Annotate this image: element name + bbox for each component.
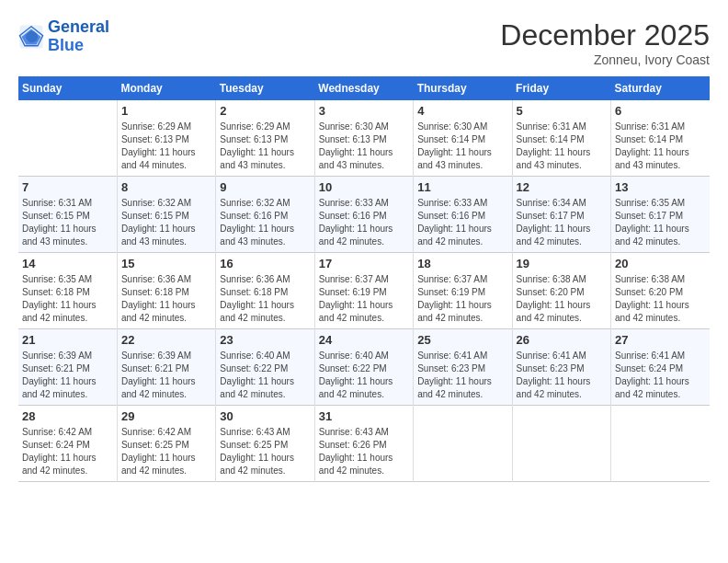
weekday-header-tuesday: Tuesday (216, 76, 314, 100)
day-info: Sunrise: 6:37 AMSunset: 6:19 PMDaylight:… (319, 273, 409, 325)
day-info: Sunrise: 6:31 AMSunset: 6:14 PMDaylight:… (615, 121, 706, 172)
day-info: Sunrise: 6:41 AMSunset: 6:23 PMDaylight:… (417, 350, 507, 401)
calendar-cell: 16Sunrise: 6:36 AMSunset: 6:18 PMDayligh… (216, 253, 314, 329)
calendar-cell: 14Sunrise: 6:35 AMSunset: 6:18 PMDayligh… (18, 253, 117, 329)
calendar-cell: 25Sunrise: 6:41 AMSunset: 6:23 PMDayligh… (414, 329, 512, 406)
day-number: 26 (517, 333, 607, 347)
day-number: 20 (615, 257, 706, 270)
day-info: Sunrise: 6:31 AMSunset: 6:15 PMDaylight:… (22, 197, 113, 248)
calendar-cell: 31Sunrise: 6:43 AMSunset: 6:26 PMDayligh… (314, 406, 413, 482)
weekday-header-row: SundayMondayTuesdayWednesdayThursdayFrid… (18, 76, 710, 100)
day-number: 3 (319, 104, 409, 118)
day-info: Sunrise: 6:43 AMSunset: 6:25 PMDaylight:… (220, 426, 310, 477)
day-number: 17 (319, 257, 409, 270)
day-number: 14 (22, 257, 113, 270)
day-info: Sunrise: 6:35 AMSunset: 6:18 PMDaylight:… (22, 273, 113, 325)
day-number: 18 (417, 257, 507, 270)
calendar-cell: 19Sunrise: 6:38 AMSunset: 6:20 PMDayligh… (512, 253, 610, 329)
day-number: 11 (417, 180, 507, 194)
day-info: Sunrise: 6:34 AMSunset: 6:17 PMDaylight:… (517, 197, 607, 248)
day-info: Sunrise: 6:43 AMSunset: 6:26 PMDaylight:… (319, 426, 409, 477)
calendar-cell: 22Sunrise: 6:39 AMSunset: 6:21 PMDayligh… (117, 329, 215, 406)
calendar-cell: 23Sunrise: 6:40 AMSunset: 6:22 PMDayligh… (216, 329, 314, 406)
day-number: 8 (121, 180, 211, 194)
day-info: Sunrise: 6:39 AMSunset: 6:21 PMDaylight:… (121, 350, 211, 401)
day-info: Sunrise: 6:38 AMSunset: 6:20 PMDaylight:… (615, 273, 706, 325)
day-info: Sunrise: 6:40 AMSunset: 6:22 PMDaylight:… (220, 350, 310, 401)
logo: General Blue (18, 18, 109, 55)
calendar-cell: 28Sunrise: 6:42 AMSunset: 6:24 PMDayligh… (18, 406, 117, 482)
day-number: 30 (220, 409, 310, 423)
weekday-header-wednesday: Wednesday (314, 76, 413, 100)
month-title: December 2025 (500, 18, 710, 52)
day-number: 22 (121, 333, 211, 347)
day-info: Sunrise: 6:35 AMSunset: 6:17 PMDaylight:… (615, 197, 706, 248)
calendar-cell: 27Sunrise: 6:41 AMSunset: 6:24 PMDayligh… (611, 329, 710, 406)
day-info: Sunrise: 6:31 AMSunset: 6:14 PMDaylight:… (517, 121, 607, 172)
day-number: 1 (121, 104, 211, 118)
day-number: 6 (615, 104, 706, 118)
calendar-cell (18, 100, 117, 177)
calendar-cell: 6Sunrise: 6:31 AMSunset: 6:14 PMDaylight… (611, 100, 710, 177)
day-info: Sunrise: 6:37 AMSunset: 6:19 PMDaylight:… (417, 273, 507, 325)
day-info: Sunrise: 6:39 AMSunset: 6:21 PMDaylight:… (22, 350, 113, 401)
logo-icon (18, 24, 44, 50)
day-number: 19 (517, 257, 607, 270)
weekday-header-monday: Monday (117, 76, 215, 100)
calendar-cell: 26Sunrise: 6:41 AMSunset: 6:23 PMDayligh… (512, 329, 610, 406)
day-number: 31 (319, 409, 409, 423)
calendar-cell: 2Sunrise: 6:29 AMSunset: 6:13 PMDaylight… (216, 100, 314, 177)
day-info: Sunrise: 6:38 AMSunset: 6:20 PMDaylight:… (517, 273, 607, 325)
day-number: 4 (417, 104, 507, 118)
week-row-4: 21Sunrise: 6:39 AMSunset: 6:21 PMDayligh… (18, 329, 710, 406)
day-number: 13 (615, 180, 706, 194)
calendar-cell (512, 406, 610, 482)
day-info: Sunrise: 6:41 AMSunset: 6:24 PMDaylight:… (615, 350, 706, 401)
day-number: 9 (220, 180, 310, 194)
day-number: 5 (517, 104, 607, 118)
calendar-cell: 4Sunrise: 6:30 AMSunset: 6:14 PMDaylight… (414, 100, 512, 177)
calendar-cell: 30Sunrise: 6:43 AMSunset: 6:25 PMDayligh… (216, 406, 314, 482)
weekday-header-saturday: Saturday (611, 76, 710, 100)
calendar-cell: 12Sunrise: 6:34 AMSunset: 6:17 PMDayligh… (512, 177, 610, 253)
day-info: Sunrise: 6:36 AMSunset: 6:18 PMDaylight:… (121, 273, 211, 325)
day-info: Sunrise: 6:32 AMSunset: 6:15 PMDaylight:… (121, 197, 211, 248)
logo-text: General Blue (48, 18, 109, 55)
calendar-cell: 20Sunrise: 6:38 AMSunset: 6:20 PMDayligh… (611, 253, 710, 329)
week-row-2: 7Sunrise: 6:31 AMSunset: 6:15 PMDaylight… (18, 177, 710, 253)
day-info: Sunrise: 6:32 AMSunset: 6:16 PMDaylight:… (220, 197, 310, 248)
calendar-cell: 18Sunrise: 6:37 AMSunset: 6:19 PMDayligh… (414, 253, 512, 329)
day-number: 21 (22, 333, 113, 347)
day-number: 7 (22, 180, 113, 194)
week-row-5: 28Sunrise: 6:42 AMSunset: 6:24 PMDayligh… (18, 406, 710, 482)
weekday-header-friday: Friday (512, 76, 610, 100)
day-info: Sunrise: 6:33 AMSunset: 6:16 PMDaylight:… (319, 197, 409, 248)
location: Zonneu, Ivory Coast (500, 52, 710, 67)
day-info: Sunrise: 6:30 AMSunset: 6:14 PMDaylight:… (417, 121, 507, 172)
week-row-3: 14Sunrise: 6:35 AMSunset: 6:18 PMDayligh… (18, 253, 710, 329)
day-info: Sunrise: 6:41 AMSunset: 6:23 PMDaylight:… (517, 350, 607, 401)
calendar-cell: 17Sunrise: 6:37 AMSunset: 6:19 PMDayligh… (314, 253, 413, 329)
day-info: Sunrise: 6:42 AMSunset: 6:25 PMDaylight:… (121, 426, 211, 477)
day-info: Sunrise: 6:29 AMSunset: 6:13 PMDaylight:… (121, 121, 211, 172)
day-number: 24 (319, 333, 409, 347)
day-info: Sunrise: 6:42 AMSunset: 6:24 PMDaylight:… (22, 426, 113, 477)
day-info: Sunrise: 6:30 AMSunset: 6:13 PMDaylight:… (319, 121, 409, 172)
day-number: 12 (517, 180, 607, 194)
calendar-cell: 11Sunrise: 6:33 AMSunset: 6:16 PMDayligh… (414, 177, 512, 253)
calendar-cell: 1Sunrise: 6:29 AMSunset: 6:13 PMDaylight… (117, 100, 215, 177)
title-section: December 2025 Zonneu, Ivory Coast (500, 18, 710, 67)
day-number: 29 (121, 409, 211, 423)
day-number: 28 (22, 409, 113, 423)
calendar-cell: 8Sunrise: 6:32 AMSunset: 6:15 PMDaylight… (117, 177, 215, 253)
calendar-cell (611, 406, 710, 482)
day-number: 15 (121, 257, 211, 270)
calendar-cell: 9Sunrise: 6:32 AMSunset: 6:16 PMDaylight… (216, 177, 314, 253)
calendar-cell: 3Sunrise: 6:30 AMSunset: 6:13 PMDaylight… (314, 100, 413, 177)
day-info: Sunrise: 6:29 AMSunset: 6:13 PMDaylight:… (220, 121, 310, 172)
calendar-cell: 10Sunrise: 6:33 AMSunset: 6:16 PMDayligh… (314, 177, 413, 253)
calendar-cell: 21Sunrise: 6:39 AMSunset: 6:21 PMDayligh… (18, 329, 117, 406)
day-info: Sunrise: 6:36 AMSunset: 6:18 PMDaylight:… (220, 273, 310, 325)
day-number: 23 (220, 333, 310, 347)
day-number: 10 (319, 180, 409, 194)
